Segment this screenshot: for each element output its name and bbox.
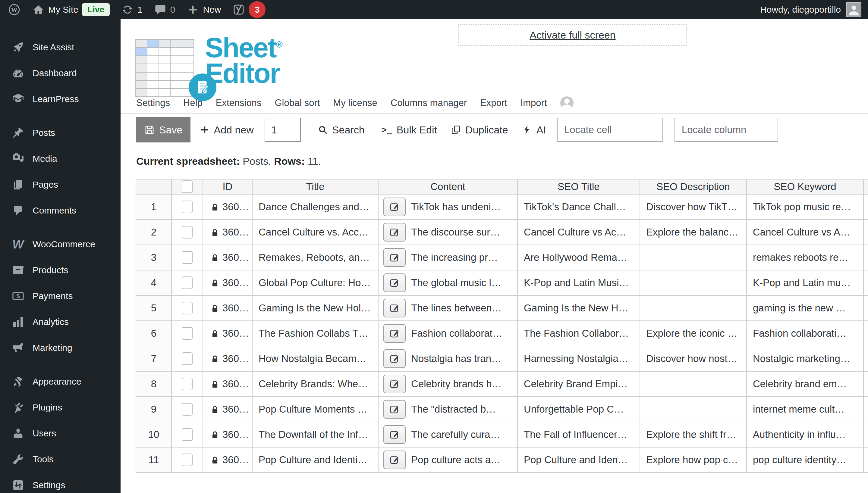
content-cell[interactable]: The global music l…: [378, 270, 517, 296]
content-cell[interactable]: Fashion collaborat…: [378, 321, 517, 346]
row-checkbox[interactable]: [182, 226, 192, 238]
duplicate-button[interactable]: Duplicate: [451, 124, 508, 136]
content-cell[interactable]: TikTok has undeni…: [378, 194, 517, 219]
add-new-button[interactable]: Add new: [200, 124, 254, 136]
seo-description-cell[interactable]: [640, 296, 746, 321]
menu-extensions[interactable]: Extensions: [216, 98, 262, 108]
row-number[interactable]: 5: [136, 296, 171, 321]
overflow-cell[interactable]: [864, 346, 868, 371]
id-cell[interactable]: 360…: [203, 219, 252, 245]
title-cell[interactable]: Cancel Culture vs. Acc…: [252, 219, 378, 245]
row-number[interactable]: 3: [136, 245, 171, 270]
edit-content-button[interactable]: [384, 374, 406, 393]
edit-content-button[interactable]: [384, 223, 406, 241]
content-cell[interactable]: Nostalgia has tran…: [378, 346, 517, 371]
menu-export[interactable]: Export: [480, 98, 507, 108]
seo-keyword-cell[interactable]: TikTok pop music re…: [746, 194, 864, 219]
id-cell[interactable]: 360…: [203, 194, 252, 219]
content-cell[interactable]: The discourse sur…: [378, 219, 517, 245]
ai-button[interactable]: AI: [522, 124, 546, 136]
row-checkbox[interactable]: [182, 428, 192, 441]
id-cell[interactable]: 360…: [203, 270, 252, 296]
sidebar-item-media[interactable]: Media: [0, 146, 121, 172]
edit-content-button[interactable]: [384, 274, 406, 292]
locate-cell-input[interactable]: [557, 118, 663, 142]
column-header-content[interactable]: Content: [378, 179, 517, 194]
menu-columns-manager[interactable]: Columns manager: [391, 98, 467, 108]
sidebar-item-plugins[interactable]: Plugins: [0, 394, 121, 421]
seo-description-cell[interactable]: Explore the iconic …: [640, 321, 746, 346]
seo-description-cell[interactable]: Explore the balanc…: [640, 219, 746, 245]
sidebar-item-analytics[interactable]: Analytics: [0, 309, 121, 335]
sidebar-item-users[interactable]: Users: [0, 421, 121, 446]
overflow-cell[interactable]: [864, 447, 868, 473]
overflow-cell[interactable]: [864, 270, 868, 296]
seo-description-cell[interactable]: Explore how pop c…: [640, 447, 746, 473]
overflow-cell[interactable]: [864, 371, 868, 396]
title-cell[interactable]: Celebrity Brands: Whe…: [252, 371, 378, 396]
wordpress-logo-icon[interactable]: W: [8, 3, 20, 16]
id-cell[interactable]: 360…: [203, 447, 252, 473]
column-header-seo-keyword[interactable]: SEO Keyword: [746, 179, 864, 194]
new-content-button[interactable]: New: [187, 3, 221, 16]
column-header-title[interactable]: Title: [252, 179, 378, 194]
title-cell[interactable]: Gaming Is the New Hol…: [252, 296, 378, 321]
activate-fullscreen-link[interactable]: Activate full screen: [530, 29, 616, 41]
title-cell[interactable]: The Downfall of the Inf…: [252, 422, 378, 447]
menu-user-avatar-icon[interactable]: [560, 97, 574, 110]
row-checkbox[interactable]: [182, 352, 192, 365]
seo-keyword-cell[interactable]: Cancel Culture vs A…: [746, 219, 864, 245]
seo-description-cell[interactable]: [640, 245, 746, 270]
row-number[interactable]: 7: [136, 346, 171, 371]
seo-title-cell[interactable]: Harnessing Nostalgia…: [517, 346, 640, 371]
locate-column-input[interactable]: [675, 118, 778, 142]
seo-description-cell[interactable]: [640, 396, 746, 422]
id-cell[interactable]: 360…: [203, 422, 252, 447]
overflow-cell[interactable]: [864, 219, 868, 245]
row-number[interactable]: 4: [136, 270, 171, 296]
edit-content-button[interactable]: [384, 400, 406, 419]
howdy-text[interactable]: Howdy, diegoportillo: [760, 4, 841, 15]
row-checkbox[interactable]: [182, 378, 192, 390]
content-cell[interactable]: Pop culture acts a…: [378, 447, 517, 473]
title-cell[interactable]: Global Pop Culture: Ho…: [252, 270, 378, 296]
overflow-cell[interactable]: [864, 396, 868, 422]
title-cell[interactable]: Dance Challenges and…: [252, 194, 378, 219]
row-checkbox[interactable]: [182, 403, 192, 415]
sidebar-item-tools[interactable]: Tools: [0, 446, 121, 472]
content-cell[interactable]: The "distracted b…: [378, 396, 517, 422]
seo-keyword-cell[interactable]: internet meme cult…: [746, 396, 864, 422]
seo-title-cell[interactable]: The Fall of Influencer…: [517, 422, 640, 447]
seo-title-cell[interactable]: TikTok's Dance Chall…: [517, 194, 640, 219]
seo-description-cell[interactable]: Discover how nost…: [640, 346, 746, 371]
sidebar-item-comments[interactable]: Comments: [0, 197, 121, 223]
row-number[interactable]: 9: [136, 396, 171, 422]
content-cell[interactable]: Celebrity brands h…: [378, 371, 517, 396]
sidebar-item-site-assist[interactable]: Site Assist: [0, 34, 121, 60]
seo-keyword-cell[interactable]: Fashion collaborati…: [746, 321, 864, 346]
content-cell[interactable]: The carefully cura…: [378, 422, 517, 447]
seo-keyword-cell[interactable]: Celebrity brand em…: [746, 371, 864, 396]
seo-keyword-cell[interactable]: remakes reboots re…: [746, 245, 864, 270]
seo-title-cell[interactable]: Cancel Culture vs Ac…: [517, 219, 640, 245]
sidebar-item-appearance[interactable]: Appearance: [0, 369, 121, 394]
edit-content-button[interactable]: [384, 299, 406, 317]
seo-title-cell[interactable]: Pop Culture and Iden…: [517, 447, 640, 473]
user-avatar[interactable]: [846, 2, 861, 17]
seo-description-cell[interactable]: [640, 371, 746, 396]
edit-content-button[interactable]: [384, 425, 406, 444]
row-checkbox[interactable]: [182, 251, 192, 264]
sidebar-item-products[interactable]: Products: [0, 257, 121, 283]
sidebar-item-payments[interactable]: $ Payments: [0, 283, 121, 309]
sidebar-item-marketing[interactable]: Marketing: [0, 335, 121, 361]
title-cell[interactable]: Pop Culture and Identi…: [252, 447, 378, 473]
row-number[interactable]: 8: [136, 371, 171, 396]
edit-content-button[interactable]: [384, 324, 406, 343]
edit-content-button[interactable]: [384, 451, 406, 469]
sidebar-item-dashboard[interactable]: Dashboard: [0, 60, 121, 86]
overflow-cell[interactable]: [864, 296, 868, 321]
title-cell[interactable]: Pop Culture Moments …: [252, 396, 378, 422]
sidebar-item-settings[interactable]: Settings: [0, 472, 121, 493]
my-site-link[interactable]: My Site Live: [32, 3, 110, 16]
overflow-cell[interactable]: [864, 194, 868, 219]
